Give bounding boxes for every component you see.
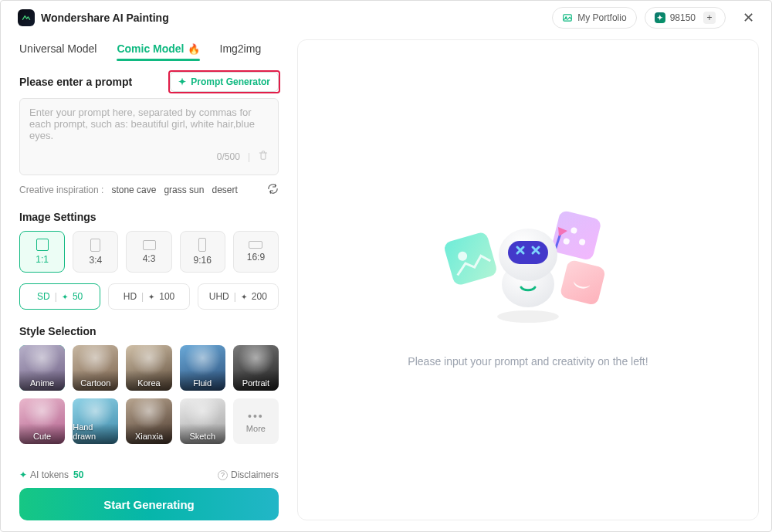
style-selection-title: Style Selection bbox=[19, 325, 279, 337]
clear-prompt-icon[interactable] bbox=[258, 150, 269, 163]
ratio-shape-icon bbox=[90, 239, 100, 252]
inspiration-label: Creative inspiration : bbox=[19, 185, 103, 195]
quality-sd[interactable]: SD|✦50 bbox=[19, 283, 100, 310]
prompt-generator-highlight: ✦ Prompt Generator bbox=[170, 72, 279, 92]
svg-rect-14 bbox=[508, 241, 548, 264]
inspiration-token[interactable]: grass sun bbox=[164, 185, 204, 195]
prompt-box: 0/500 | bbox=[19, 98, 279, 175]
style-label: Hand drawn bbox=[73, 422, 118, 444]
app-logo: Wondershare AI Painting bbox=[18, 9, 169, 26]
style-label: Sketch bbox=[189, 432, 215, 444]
prompt-section-title: Please enter a prompt bbox=[19, 76, 132, 88]
empty-state-illustration bbox=[435, 193, 621, 332]
aspect-label: 1:1 bbox=[36, 254, 49, 265]
model-tabs: Universal ModelComic Model🔥Img2img bbox=[19, 39, 279, 61]
style-fluid[interactable]: Fluid bbox=[180, 345, 225, 391]
aspect-1-1[interactable]: 1:1 bbox=[19, 231, 65, 273]
svg-rect-8 bbox=[560, 259, 607, 306]
disclaimers-link[interactable]: ? Disclaimers bbox=[218, 469, 279, 480]
start-generating-button[interactable]: Start Generating bbox=[19, 488, 279, 520]
ai-tokens-row: ✦ AI tokens 50 ? Disclaimers bbox=[19, 469, 279, 480]
inspiration-row: Creative inspiration : stone cavegrass s… bbox=[19, 183, 279, 197]
style-label: Fluid bbox=[193, 378, 212, 391]
style-label: Anime bbox=[30, 378, 54, 391]
prompt-input[interactable] bbox=[29, 107, 269, 150]
style-sketch[interactable]: Sketch bbox=[180, 398, 225, 444]
quality-hd[interactable]: HD|✦100 bbox=[108, 283, 189, 310]
inspiration-token[interactable]: stone cave bbox=[111, 185, 156, 195]
title-bar: Wondershare AI Painting My Portfolio ✦ 9… bbox=[1, 1, 771, 35]
credits-icon: ✦ bbox=[655, 12, 665, 23]
style-cute[interactable]: Cute bbox=[19, 398, 65, 444]
ai-tokens-label: AI tokens bbox=[30, 469, 69, 480]
quality-uhd[interactable]: UHD|✦200 bbox=[198, 283, 279, 310]
close-button[interactable]: ✕ bbox=[738, 6, 759, 29]
tab-universal-model[interactable]: Universal Model bbox=[19, 39, 96, 61]
preview-panel: Please input your prompt and creativity … bbox=[297, 39, 759, 520]
svg-rect-4 bbox=[550, 209, 602, 261]
style-label: Portrait bbox=[242, 378, 269, 391]
prompt-generator-button[interactable]: ✦ Prompt Generator bbox=[170, 72, 279, 92]
points-value: 98150 bbox=[670, 12, 696, 23]
quality-row: SD|✦50HD|✦100UHD|✦200 bbox=[19, 283, 279, 310]
style-hand-drawn[interactable]: Hand drawn bbox=[73, 398, 118, 444]
svg-rect-2 bbox=[443, 231, 499, 286]
ratio-shape-icon bbox=[249, 241, 262, 249]
style-portrait[interactable]: Portrait bbox=[233, 345, 279, 391]
refresh-inspiration-icon[interactable] bbox=[267, 183, 279, 197]
diamond-icon: ✦ bbox=[241, 293, 247, 301]
style-korea[interactable]: Korea bbox=[126, 345, 171, 391]
points-button[interactable]: ✦ 98150 + bbox=[645, 7, 726, 29]
aspect-3-4[interactable]: 3:4 bbox=[73, 231, 118, 273]
portfolio-icon bbox=[562, 12, 573, 23]
char-counter: 0/500 bbox=[217, 151, 240, 162]
aspect-9-16[interactable]: 9:16 bbox=[180, 231, 225, 273]
my-portfolio-label: My Portfolio bbox=[577, 12, 626, 23]
style-xianxia[interactable]: Xianxia bbox=[126, 398, 171, 444]
tab-img2img[interactable]: Img2img bbox=[220, 39, 262, 61]
aspect-ratio-row: 1:13:44:39:1616:9 bbox=[19, 231, 279, 273]
style-label: Korea bbox=[137, 378, 160, 391]
app-title: Wondershare AI Painting bbox=[41, 12, 169, 24]
my-portfolio-button[interactable]: My Portfolio bbox=[552, 7, 636, 29]
diamond-icon: ✦ bbox=[62, 293, 68, 301]
svg-point-11 bbox=[497, 310, 559, 323]
style-label: Cute bbox=[33, 432, 51, 444]
ai-tokens-value: 50 bbox=[73, 469, 83, 480]
ratio-shape-icon bbox=[36, 239, 49, 251]
style-label: Xianxia bbox=[135, 432, 163, 444]
aspect-4-3[interactable]: 4:3 bbox=[126, 231, 171, 273]
preview-hint: Please input your prompt and creativity … bbox=[408, 355, 648, 368]
prompt-generator-label: Prompt Generator bbox=[191, 76, 270, 87]
inspiration-token[interactable]: desert bbox=[212, 185, 237, 195]
style-more-button[interactable]: •••More bbox=[233, 398, 279, 444]
tab-comic-model[interactable]: Comic Model🔥 bbox=[117, 39, 199, 61]
aspect-label: 9:16 bbox=[194, 255, 212, 266]
style-anime[interactable]: Anime bbox=[19, 345, 65, 391]
ratio-shape-icon bbox=[143, 240, 156, 250]
aspect-label: 4:3 bbox=[143, 253, 156, 264]
aspect-16-9[interactable]: 16:9 bbox=[233, 231, 279, 273]
info-icon: ? bbox=[218, 470, 228, 480]
image-settings-title: Image Settings bbox=[19, 211, 279, 223]
aspect-label: 16:9 bbox=[247, 252, 265, 263]
control-panel: Universal ModelComic Model🔥Img2img Pleas… bbox=[19, 39, 279, 520]
app-logo-icon bbox=[18, 9, 35, 26]
diamond-icon: ✦ bbox=[148, 293, 154, 301]
ellipsis-icon: ••• bbox=[248, 410, 264, 422]
style-grid: AnimeCartoonKoreaFluidPortraitCuteHand d… bbox=[19, 345, 279, 444]
aspect-label: 3:4 bbox=[89, 255, 102, 266]
diamond-icon: ✦ bbox=[19, 469, 27, 480]
style-label: Cartoon bbox=[80, 378, 110, 391]
style-cartoon[interactable]: Cartoon bbox=[73, 345, 118, 391]
sparkle-icon: ✦ bbox=[178, 76, 186, 87]
add-credits-icon[interactable]: + bbox=[703, 12, 716, 24]
hot-icon: 🔥 bbox=[188, 43, 200, 55]
ratio-shape-icon bbox=[198, 238, 206, 252]
